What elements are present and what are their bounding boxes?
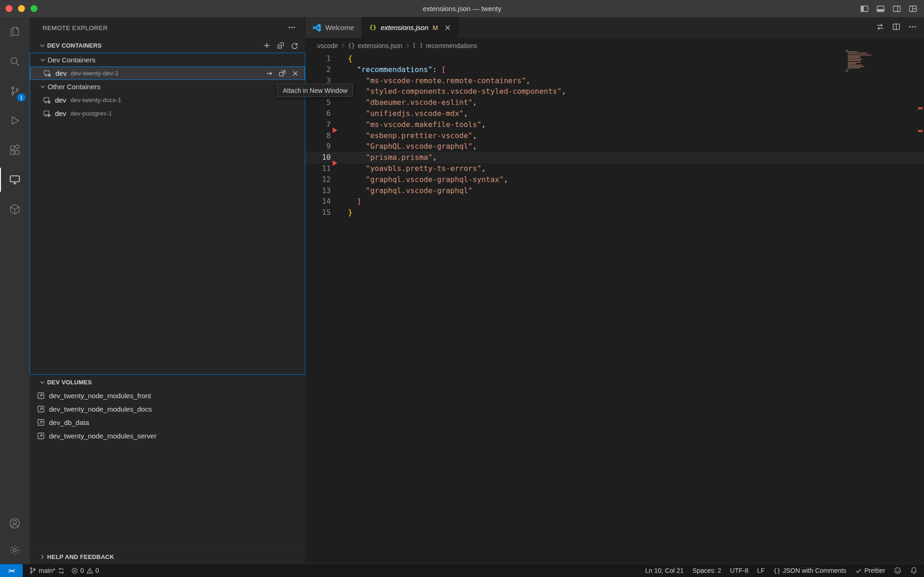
more-actions-icon[interactable] — [288, 24, 296, 33]
code-line-text: "styled-components.vscode-styled-compone… — [348, 86, 566, 97]
formatter-status[interactable]: Prettier — [855, 564, 885, 577]
zoom-window-button[interactable] — [30, 5, 37, 12]
container-item-dev-twenty-dev-1[interactable]: devdev-twenty-dev-1 — [30, 67, 305, 80]
code-line-8[interactable]: 8 "esbenp.prettier-vscode", — [305, 130, 924, 141]
code-line-7[interactable]: 7 "ms-vscode.makefile-tools", — [305, 119, 924, 130]
code-line-12[interactable]: 12 "graphql.vscode-graphql-syntax", — [305, 174, 924, 185]
code-line-11[interactable]: 11 "yoavbls.pretty-ts-errors", — [305, 163, 924, 174]
section-help-and-feedback[interactable]: HELP AND FEEDBACK — [30, 550, 305, 564]
warning-icon — [86, 567, 93, 574]
warning-count: 0 — [96, 567, 99, 574]
activity-containers-icon[interactable] — [0, 194, 30, 224]
code-line-3[interactable]: 3 "ms-vscode-remote.remote-containers", — [305, 75, 924, 86]
language-mode[interactable]: {} JSON with Comments — [773, 564, 846, 577]
collapse-all-icon[interactable] — [277, 42, 285, 49]
code-line-text: ] — [348, 196, 361, 207]
feedback-smiley-icon[interactable] — [894, 564, 901, 577]
activity-source-control-icon[interactable]: 1 — [0, 76, 30, 106]
line-number: 6 — [305, 108, 331, 119]
close-window-button[interactable] — [6, 5, 12, 12]
code-line-text: "GraphQL.vscode-graphql", — [348, 141, 477, 152]
section-dev-containers-header[interactable]: DEV CONTAINERS — [30, 38, 305, 52]
volume-icon — [37, 405, 45, 413]
group-label: Dev Containers — [48, 56, 95, 64]
code-line-1[interactable]: 1{ — [305, 53, 924, 64]
open-changes-icon[interactable] — [876, 23, 884, 33]
volume-item-dev-twenty-node-modules-docs[interactable]: dev_twenty_node_modules_docs — [30, 402, 305, 416]
code-line-text: { — [348, 53, 353, 64]
indentation-status[interactable]: Spaces: 2 — [693, 564, 721, 577]
container-item-dev-postgres-1[interactable]: devdev-postgres-1 — [30, 107, 305, 120]
attach-in-new-window-icon[interactable] — [279, 70, 286, 77]
code-line-13[interactable]: 13 "graphql.vscode-graphql" — [305, 185, 924, 196]
code-line-2[interactable]: 2 "recommendations": [ — [305, 64, 924, 75]
toggle-secondary-sidebar-icon[interactable] — [892, 4, 901, 13]
code-line-text: "ms-vscode.makefile-tools", — [348, 119, 486, 130]
tab-welcome[interactable]: Welcome — [305, 17, 362, 38]
tree-group-other-containers[interactable]: Other Containers — [30, 80, 305, 93]
code-line-9[interactable]: 9 "GraphQL.vscode-graphql", — [305, 141, 924, 152]
eol-status[interactable]: LF — [757, 564, 765, 577]
split-editor-icon[interactable] — [892, 23, 900, 33]
settings-gear-icon[interactable] — [0, 537, 30, 564]
code-line-10[interactable]: 10 "prisma.prisma", — [305, 152, 924, 163]
activity-remote-explorer-icon[interactable] — [0, 165, 30, 194]
accounts-icon[interactable] — [0, 510, 30, 537]
activity-extensions-icon[interactable] — [0, 135, 30, 165]
customize-layout-icon[interactable] — [908, 4, 918, 13]
dev-volumes-header[interactable]: DEV VOLUMES — [30, 375, 305, 389]
code-line-15[interactable]: 15} — [305, 207, 924, 218]
git-branch-status[interactable]: main* — [29, 564, 65, 577]
toggle-primary-sidebar-icon[interactable] — [860, 4, 869, 13]
tree-group-dev-containers[interactable]: Dev Containers — [30, 53, 305, 67]
breadcrumb-vscode[interactable]: .vscode — [316, 42, 338, 49]
notifications-bell-icon[interactable] — [910, 564, 918, 577]
code-line-5[interactable]: 5 "dbaeumer.vscode-eslint", — [305, 97, 924, 108]
remote-indicator[interactable]: >< — [0, 564, 23, 577]
tab-extensions-json[interactable]: {}extensions.jsonM — [362, 17, 459, 38]
line-number: 13 — [305, 185, 331, 196]
breadcrumb-extensions-json[interactable]: {}extensions.json — [348, 42, 402, 49]
code-line-text: "esbenp.prettier-vscode", — [348, 130, 477, 141]
code-editor[interactable]: 1{2 "recommendations": [3 "ms-vscode-rem… — [305, 53, 924, 564]
refresh-icon[interactable] — [291, 42, 298, 49]
breadcrumb-label: .vscode — [316, 42, 338, 49]
minimize-window-button[interactable] — [18, 5, 25, 12]
line-number: 8 — [305, 130, 331, 141]
container-item-dev-twenty-docs-1[interactable]: devdev-twenty-docs-1 — [30, 93, 305, 107]
breadcrumb-separator-icon — [404, 43, 411, 49]
cursor-position[interactable]: Ln 10, Col 21 — [645, 564, 684, 577]
breadcrumbs[interactable]: .vscode{}extensions.json[ ]recommendatio… — [305, 38, 924, 53]
encoding-status[interactable]: UTF-8 — [730, 564, 748, 577]
activity-explorer-icon[interactable] — [0, 17, 30, 47]
code-line-text: "recommendations": [ — [348, 64, 446, 75]
breadcrumb-recommendations[interactable]: [ ]recommendations — [413, 42, 477, 49]
activity-bar: 1 — [0, 17, 30, 564]
attach-container-icon[interactable] — [266, 70, 273, 77]
overview-ruler-mark — [918, 107, 923, 109]
more-actions-icon[interactable] — [908, 23, 917, 33]
volume-item-dev-twenty-node-modules-front[interactable]: dev_twenty_node_modules_front — [30, 389, 305, 402]
line-number: 2 — [305, 64, 331, 75]
code-line-text: "yoavbls.pretty-ts-errors", — [348, 163, 486, 174]
code-line-14[interactable]: 14 ] — [305, 196, 924, 207]
tab-label: Welcome — [325, 24, 354, 31]
window-traffic-lights — [6, 0, 37, 17]
code-line-6[interactable]: 6 "unifiedjs.vscode-mdx", — [305, 108, 924, 119]
volume-item-dev-twenty-node-modules-server[interactable]: dev_twenty_node_modules_server — [30, 429, 305, 443]
code-line-4[interactable]: 4 "styled-components.vscode-styled-compo… — [305, 86, 924, 97]
braces-icon: {} — [773, 567, 780, 574]
minimap[interactable] — [845, 50, 919, 72]
stop-container-icon[interactable] — [292, 70, 299, 77]
volume-item-dev-db-data[interactable]: dev_db_data — [30, 416, 305, 429]
close-tab-icon[interactable] — [444, 24, 451, 31]
problems-status[interactable]: 0 0 — [71, 564, 99, 577]
dev-container-icon — [43, 96, 51, 104]
title-bar[interactable]: extensions.json — twenty — [0, 0, 924, 17]
new-dev-container-icon[interactable] — [263, 42, 271, 49]
activity-search-icon[interactable] — [0, 47, 30, 76]
container-description: dev-postgres-1 — [70, 110, 112, 117]
sidebar-header: REMOTE EXPLORER — [30, 17, 305, 38]
activity-run-debug-icon[interactable] — [0, 106, 30, 135]
toggle-panel-icon[interactable] — [876, 4, 885, 13]
